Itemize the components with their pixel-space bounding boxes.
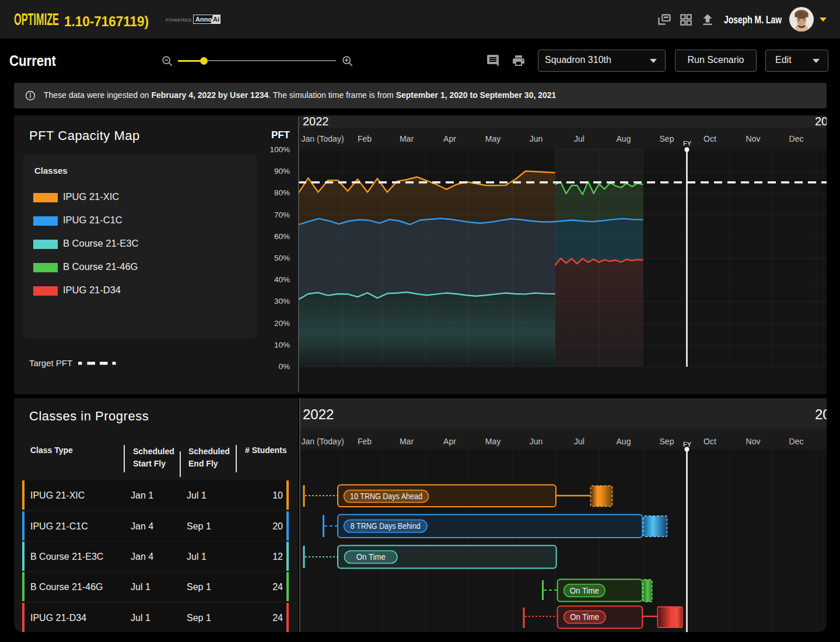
- svg-text:OPTIMIZE: OPTIMIZE: [14, 10, 59, 28]
- svg-text:Mar: Mar: [400, 134, 414, 143]
- svg-text:2023: 2023: [815, 406, 827, 422]
- svg-text:Feb: Feb: [358, 134, 372, 143]
- svg-text:May: May: [485, 437, 501, 446]
- svg-text:Mar: Mar: [400, 437, 414, 446]
- svg-text:10 TRNG Days Ahead: 10 TRNG Days Ahead: [350, 492, 422, 501]
- svg-text:On Time: On Time: [570, 586, 599, 595]
- svg-text:Sep: Sep: [660, 437, 674, 446]
- svg-text:Oct: Oct: [704, 437, 716, 446]
- svg-text:Jan (Today): Jan (Today): [301, 134, 344, 143]
- svg-text:Joseph M. Law: Joseph M. Law: [724, 14, 782, 26]
- svg-text:2022: 2022: [303, 406, 334, 422]
- svg-text:Feb: Feb: [358, 437, 372, 446]
- svg-text:Oct: Oct: [704, 134, 716, 143]
- svg-text:8 TRNG Days Behind: 8 TRNG Days Behind: [351, 521, 421, 531]
- svg-text:Current: Current: [9, 52, 56, 69]
- svg-text:Dec: Dec: [789, 134, 804, 143]
- svg-text:Aug: Aug: [617, 437, 631, 446]
- svg-text:May: May: [485, 134, 501, 143]
- svg-text:Aug: Aug: [617, 134, 631, 143]
- svg-text:Dec: Dec: [789, 437, 804, 446]
- svg-text:On Time: On Time: [356, 552, 386, 562]
- svg-text:Apr: Apr: [443, 437, 456, 446]
- svg-text:2023: 2023: [815, 115, 827, 128]
- svg-text:Nov: Nov: [746, 437, 761, 446]
- svg-text:1.10-7167119): 1.10-7167119): [64, 13, 149, 29]
- svg-text:Sep: Sep: [660, 134, 674, 143]
- svg-text:On Time: On Time: [570, 612, 599, 622]
- svg-text:Jan (Today): Jan (Today): [301, 437, 344, 446]
- svg-text:Nov: Nov: [746, 134, 761, 143]
- svg-text:2022: 2022: [303, 115, 329, 128]
- svg-text:Jun: Jun: [530, 134, 543, 143]
- svg-text:FY: FY: [683, 140, 692, 147]
- svg-text:FY: FY: [683, 441, 692, 448]
- svg-text:Jul: Jul: [574, 437, 584, 446]
- svg-text:Jun: Jun: [530, 437, 543, 446]
- svg-text:Jul: Jul: [574, 134, 584, 143]
- svg-text:Apr: Apr: [443, 134, 456, 143]
